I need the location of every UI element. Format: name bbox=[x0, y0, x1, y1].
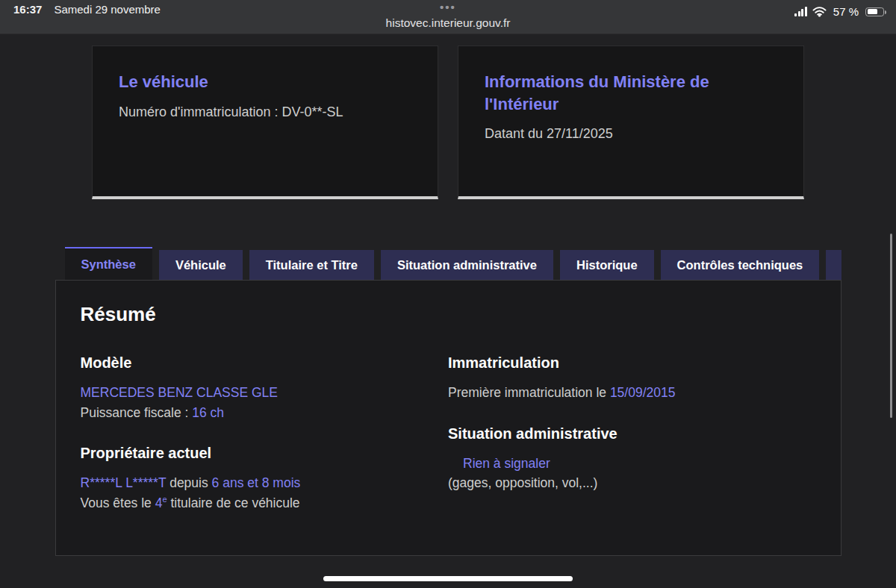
wifi-icon bbox=[812, 6, 827, 17]
info-cards-row: Le véhicule Numéro d'immatriculation : D… bbox=[92, 46, 804, 199]
ministry-card-title: Informations du Ministère de l'Intérieur bbox=[485, 71, 777, 115]
tab-synthese[interactable]: Synthèse bbox=[65, 247, 152, 280]
ministry-card: Informations du Ministère de l'Intérieur… bbox=[458, 46, 804, 199]
cellular-signal-icon bbox=[794, 7, 807, 16]
tab-titulaire-et-titre[interactable]: Titulaire et Titre bbox=[249, 250, 374, 280]
tab-situation-administrative[interactable]: Situation administrative bbox=[381, 250, 553, 280]
address-bar[interactable]: histovec.interieur.gouv.fr bbox=[0, 16, 896, 30]
holder-rank: 4 bbox=[155, 495, 163, 510]
home-indicator[interactable] bbox=[323, 576, 573, 581]
battery-percentage: 57 % bbox=[833, 5, 859, 18]
model-section: Modèle MERCEDES BENZ CLASSE GLE Puissanc… bbox=[81, 354, 426, 422]
registration-heading: Immatriculation bbox=[448, 354, 794, 372]
admin-status-value: Rien à signaler bbox=[448, 454, 794, 474]
owner-heading: Propriétaire actuel bbox=[81, 445, 426, 462]
model-name: MERCEDES BENZ CLASSE GLE bbox=[81, 383, 426, 403]
left-column: Modèle MERCEDES BENZ CLASSE GLE Puissanc… bbox=[81, 354, 449, 513]
first-registration-date: 15/09/2015 bbox=[610, 385, 676, 400]
ministry-card-date: Datant du 27/11/2025 bbox=[485, 126, 777, 142]
vehicle-card: Le véhicule Numéro d'immatriculation : D… bbox=[92, 46, 438, 199]
admin-status-heading: Situation administrative bbox=[448, 425, 794, 442]
tab-bar: Synthèse Véhicule Titulaire et Titre Sit… bbox=[55, 247, 841, 280]
tab-overview-button[interactable]: ••• bbox=[0, 1, 896, 13]
battery-fill bbox=[868, 9, 877, 14]
scrollbar-thumb[interactable] bbox=[890, 234, 892, 418]
tab-controles-techniques[interactable]: Contrôles techniques bbox=[661, 250, 820, 280]
admin-status-note: (gages, opposition, vol,...) bbox=[448, 473, 794, 493]
owner-line: R*****L L*****T depuis 6 ans et 8 mois bbox=[81, 473, 426, 493]
holder-rank-line: Vous êtes le 4e titulaire de ce véhicule bbox=[81, 493, 426, 513]
report-tabs-section: Synthèse Véhicule Titulaire et Titre Sit… bbox=[55, 247, 841, 556]
fiscal-power-line: Puissance fiscale : 16 ch bbox=[81, 403, 426, 423]
owner-name: R*****L L*****T bbox=[81, 475, 167, 490]
synthese-panel: Résumé Modèle MERCEDES BENZ CLASSE GLE P… bbox=[55, 280, 841, 556]
owner-duration: 6 ans et 8 mois bbox=[212, 475, 301, 490]
battery-icon bbox=[865, 7, 884, 16]
tab-kilometrage[interactable]: Kilométrage bbox=[826, 250, 841, 280]
tab-historique[interactable]: Historique bbox=[560, 250, 654, 280]
tab-vehicule[interactable]: Véhicule bbox=[159, 250, 243, 280]
safari-toolbar: 16:37 Samedi 29 novembre ••• histovec.in… bbox=[0, 0, 896, 34]
first-registration-line: Première immatriculation le 15/09/2015 bbox=[448, 383, 794, 403]
owner-section: Propriétaire actuel R*****L L*****T depu… bbox=[81, 445, 426, 513]
fiscal-power-value: 16 ch bbox=[192, 405, 224, 420]
vehicle-card-plate: Numéro d'immatriculation : DV-0**-SL bbox=[119, 104, 411, 120]
right-column: Immatriculation Première immatriculation… bbox=[448, 354, 816, 513]
vehicle-card-title: Le véhicule bbox=[119, 71, 411, 93]
panel-title: Résumé bbox=[81, 303, 816, 326]
model-heading: Modèle bbox=[81, 354, 426, 372]
admin-status-section: Situation administrative Rien à signaler… bbox=[448, 425, 794, 493]
registration-section: Immatriculation Première immatriculation… bbox=[448, 354, 794, 403]
battery-nub bbox=[885, 10, 886, 14]
